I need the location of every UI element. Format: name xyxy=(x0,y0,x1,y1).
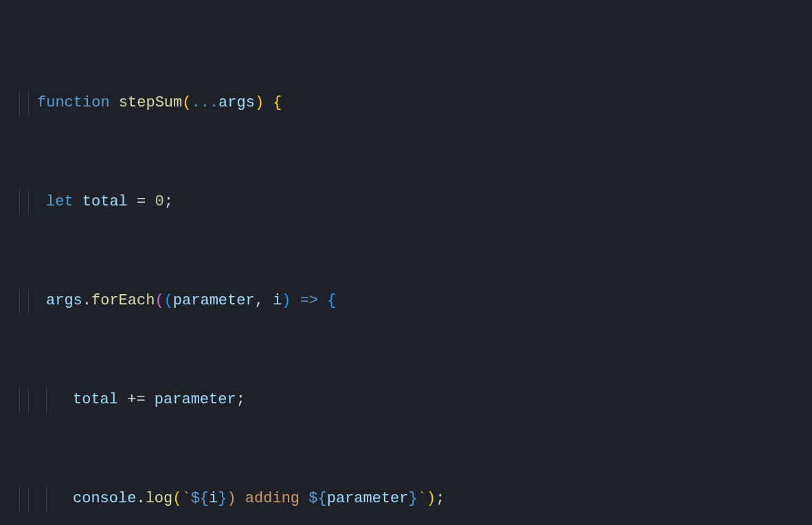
identifier-parameter: parameter xyxy=(155,391,236,408)
keyword-let: let xyxy=(46,193,74,210)
paren-open: ( xyxy=(155,292,163,309)
template-open: ${ xyxy=(308,490,326,507)
code-line[interactable]: console.log(`${i}) adding ${parameter}`)… xyxy=(14,487,812,511)
semicolon: ; xyxy=(164,193,173,210)
param-args: args xyxy=(218,94,255,111)
var-total: total xyxy=(82,193,128,210)
plus-equals: += xyxy=(118,391,155,408)
dot: . xyxy=(82,292,91,309)
code-line[interactable]: args.forEach((parameter, i) => { xyxy=(14,289,812,313)
paren-open: ( xyxy=(172,490,181,507)
identifier-total: total xyxy=(73,391,118,408)
identifier-console: console xyxy=(73,490,136,507)
brace-open: { xyxy=(327,292,336,309)
method-log: log xyxy=(146,490,173,507)
paren-close: ) xyxy=(282,292,291,309)
arrow: => xyxy=(291,292,327,309)
template-close: } xyxy=(409,490,418,507)
number-literal: 0 xyxy=(155,193,163,210)
code-line[interactable]: total += parameter; xyxy=(14,388,812,412)
identifier-i: i xyxy=(209,490,218,507)
paren-open: ( xyxy=(182,94,191,111)
keyword-function: function xyxy=(37,94,110,111)
function-name: stepSum xyxy=(119,94,182,111)
paren-close: ) xyxy=(427,490,436,507)
code-line[interactable]: function stepSum(...args) { xyxy=(14,91,812,115)
code-line[interactable]: let total = 0; xyxy=(14,190,812,214)
template-text: ) adding xyxy=(227,490,308,507)
paren-close: ) xyxy=(255,94,264,111)
paren-open: ( xyxy=(164,292,173,309)
spread-operator: ... xyxy=(191,94,218,111)
semicolon: ; xyxy=(236,391,245,408)
template-open: ${ xyxy=(191,490,209,507)
param-i: i xyxy=(273,292,282,309)
identifier-parameter: parameter xyxy=(327,490,409,507)
equals: = xyxy=(128,193,155,210)
backtick: ` xyxy=(181,490,190,507)
template-close: } xyxy=(218,490,227,507)
backtick: ` xyxy=(418,490,427,507)
param-parameter: parameter xyxy=(173,292,255,309)
brace-open: { xyxy=(264,94,282,111)
comma: , xyxy=(255,292,273,309)
identifier-args: args xyxy=(46,292,82,309)
method-foreach: forEach xyxy=(91,292,155,309)
code-editor[interactable]: function stepSum(...args) { let total = … xyxy=(0,0,812,525)
dot: . xyxy=(136,490,145,507)
semicolon: ; xyxy=(436,490,444,507)
